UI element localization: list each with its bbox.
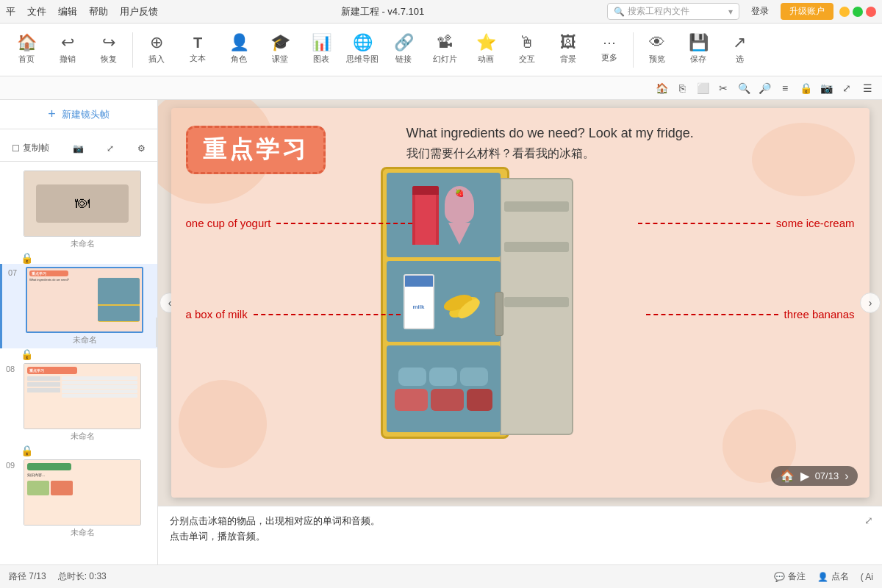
slide-item-active[interactable]: 07 重点学习 What ingredients do we need? <box>0 264 157 348</box>
sec-copy-icon[interactable]: ⎘ <box>673 79 691 97</box>
bananas-dashed-line <box>646 314 778 315</box>
minimize-button[interactable] <box>839 7 850 17</box>
tool-insert[interactable]: ⊕ 插入 <box>136 26 177 74</box>
lock-icon-2: 🔒 <box>21 348 33 360</box>
prev-page-button[interactable]: 🏠 <box>780 469 795 483</box>
bg-blob-3 <box>752 123 855 196</box>
nav-next-button[interactable]: › <box>860 293 881 313</box>
tool-link[interactable]: 🔗 链接 <box>383 26 424 74</box>
fridge-compartment-top[interactable]: 🍓 <box>387 173 501 257</box>
tool-interact[interactable]: 🖱 交互 <box>506 26 548 74</box>
slide-item-8[interactable]: 08 重点学习 <box>0 360 157 445</box>
tool-home[interactable]: 🏠 首页 <box>6 26 47 74</box>
window-controls[interactable] <box>839 7 876 17</box>
yogurt-item[interactable] <box>412 186 439 245</box>
panel-actions: ☐ 复制帧 📷 ⤢ ⚙ <box>0 135 157 162</box>
slide-main-text: What ingredients do we need? Look at my … <box>406 123 694 162</box>
close-button[interactable] <box>866 7 876 17</box>
ice-cream-item[interactable]: 🍓 <box>445 186 474 245</box>
tool-mindmap[interactable]: 🌐 思维导图 <box>342 26 383 74</box>
tool-select[interactable]: ↗ 选 <box>719 26 760 74</box>
milk-item[interactable]: milk <box>404 274 434 329</box>
maximize-button[interactable] <box>853 7 863 17</box>
tool-animation[interactable]: ⭐ 动画 <box>465 26 506 74</box>
meat-2 <box>431 389 464 411</box>
fridge-container[interactable]: 🍓 milk <box>381 167 579 439</box>
sec-home-icon[interactable]: 🏠 <box>653 79 670 97</box>
camera-panel-icon: 📷 <box>73 143 84 154</box>
slide-item-9[interactable]: 09 知识内容... 未命名 <box>0 456 157 541</box>
tool-insert-label: 插入 <box>148 54 165 65</box>
meat-3 <box>467 389 492 411</box>
sec-frame-icon[interactable]: ⬜ <box>694 79 711 97</box>
tool-text[interactable]: T 文本 <box>177 26 218 74</box>
tool-redo[interactable]: ↪ 恢复 <box>88 26 129 74</box>
bookmark-button[interactable]: 👤 点名 <box>817 570 849 583</box>
menu-item-feedback[interactable]: 用户反馈 <box>120 5 158 18</box>
redo-icon: ↪ <box>102 35 115 51</box>
banana-svg <box>443 279 484 323</box>
slide-label-active: 未命名 <box>73 334 97 345</box>
sec-lock-icon[interactable]: 🔒 <box>797 79 814 97</box>
animation-icon: ⭐ <box>476 35 496 51</box>
bg-icon: 🖼 <box>560 35 576 51</box>
copy-frame-icon: ☐ <box>12 143 20 154</box>
save-icon: 💾 <box>689 35 709 51</box>
fish-1 <box>398 368 426 386</box>
tool-chart[interactable]: 📊 图表 <box>301 26 342 74</box>
tool-role-label: 角色 <box>231 54 247 65</box>
class-icon: 🎓 <box>270 35 290 51</box>
play-button[interactable]: ▶ <box>800 469 809 483</box>
copy-frame-label: 复制帧 <box>23 142 49 154</box>
menu-item-edit[interactable]: 编辑 <box>58 5 77 18</box>
ai-button[interactable]: ( Ai <box>861 572 873 582</box>
toolbar-divider-1 <box>132 32 133 68</box>
menu-item-ping[interactable]: 平 <box>6 5 15 18</box>
sec-expand-icon[interactable]: ⤢ <box>838 79 856 97</box>
sec-list-icon[interactable]: ☰ <box>858 79 876 97</box>
fridge-compartment-bottom[interactable] <box>387 345 501 432</box>
menu-item-help[interactable]: 帮助 <box>89 5 108 18</box>
tool-class[interactable]: 🎓 课堂 <box>259 26 301 74</box>
tool-more[interactable]: ⋯ 更多 <box>589 26 630 74</box>
slide-item[interactable]: 🍽 未命名 <box>0 168 157 252</box>
sec-zoom-out-icon[interactable]: 🔎 <box>756 79 773 97</box>
home-icon: 🏠 <box>17 35 37 51</box>
slide-number-9: 09 <box>6 461 21 470</box>
tool-role[interactable]: 👤 角色 <box>218 26 259 74</box>
tool-preview[interactable]: 👁 预览 <box>637 26 678 74</box>
tool-bg[interactable]: 🖼 背景 <box>548 26 589 74</box>
notes-area: 分别点击冰箱的物品，出现相对应的单词和音频。 点击单词，播放音频。 ⤢ <box>158 506 882 564</box>
login-button[interactable]: 登录 <box>745 4 775 19</box>
milk-body: milk <box>405 287 433 328</box>
expand-panel-button[interactable]: ⤢ <box>107 143 114 154</box>
comment-button[interactable]: 💬 备注 <box>774 570 806 583</box>
sec-camera-icon[interactable]: 📷 <box>817 79 835 97</box>
tool-bg-label: 背景 <box>560 54 576 65</box>
camera-panel-button[interactable]: 📷 <box>73 143 84 154</box>
slide-label: 未命名 <box>71 238 95 249</box>
new-frame-button[interactable]: + 新建镜头帧 <box>0 100 157 129</box>
sec-align-icon[interactable]: ≡ <box>776 79 794 97</box>
tool-select-label: 选 <box>736 54 744 65</box>
tool-slides[interactable]: 📽 幻灯片 <box>424 26 465 74</box>
menu-item-file[interactable]: 文件 <box>27 5 46 18</box>
banana-item[interactable] <box>443 279 484 323</box>
fridge-compartment-middle[interactable]: milk <box>387 261 501 342</box>
search-dropdown-icon[interactable]: ▾ <box>728 7 733 17</box>
tool-save[interactable]: 💾 保存 <box>678 26 719 74</box>
next-page-button[interactable]: › <box>845 470 848 483</box>
upgrade-button[interactable]: 升级账户 <box>781 3 833 20</box>
notes-expand-button[interactable]: ⤢ <box>864 512 873 528</box>
milk-label: a box of milk <box>186 308 401 320</box>
bookmark-label: 点名 <box>831 570 849 583</box>
sec-zoom-in-icon[interactable]: 🔍 <box>735 79 753 97</box>
app-title: 新建工程 - v4.7.101 <box>341 5 424 18</box>
tool-undo[interactable]: ↩ 撤销 <box>47 26 88 74</box>
menu-bar[interactable]: 平 文件 编辑 帮助 用户反馈 <box>6 5 158 18</box>
slide-text-line2: 我们需要什么材料？看看我的冰箱。 <box>406 144 694 163</box>
copy-frame-button[interactable]: ☐ 复制帧 <box>12 142 49 154</box>
search-box[interactable]: 🔍 搜索工程内文件 ▾ <box>607 3 739 20</box>
settings-panel-button[interactable]: ⚙ <box>137 143 146 154</box>
sec-crop-icon[interactable]: ✂ <box>714 79 732 97</box>
